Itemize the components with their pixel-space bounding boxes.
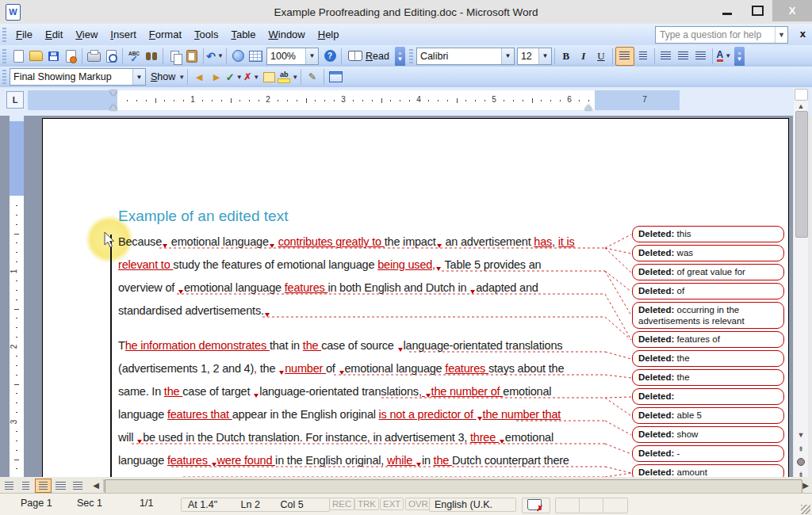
chevron-down-icon[interactable]: ▼ bbox=[132, 69, 145, 85]
show-menu-button[interactable]: Show▼ bbox=[149, 68, 185, 86]
document-text[interactable]: Because emotional language contributes g… bbox=[118, 231, 626, 477]
right-indent-marker[interactable] bbox=[584, 105, 592, 110]
deletion-balloon[interactable]: Deleted: was bbox=[632, 245, 784, 261]
print-layout-view-button[interactable] bbox=[35, 479, 52, 493]
menu-table[interactable]: Table bbox=[224, 26, 262, 43]
toolbar-grip[interactable] bbox=[2, 49, 6, 63]
deletion-balloon[interactable]: Deleted: show bbox=[632, 426, 784, 443]
text-line[interactable]: were six in advertisement 6, four featur… bbox=[118, 472, 626, 477]
bold-button[interactable]: B bbox=[557, 48, 575, 65]
chevron-down-icon[interactable]: ▼ bbox=[292, 74, 298, 81]
chevron-down-icon[interactable]: ▼ bbox=[538, 48, 551, 64]
spelling-button[interactable]: ABC✓ bbox=[125, 48, 143, 65]
align-center-button[interactable] bbox=[634, 48, 652, 65]
print-preview-button[interactable] bbox=[102, 48, 120, 65]
close-button[interactable]: X bbox=[772, 0, 812, 21]
bullets-button[interactable] bbox=[675, 48, 692, 65]
minimize-button[interactable] bbox=[712, 2, 742, 21]
chevron-down-icon[interactable]: ▼ bbox=[501, 48, 514, 64]
increase-indent-button[interactable] bbox=[692, 48, 710, 65]
scroll-down-icon[interactable]: ▼ bbox=[795, 429, 807, 441]
text-line[interactable]: will be used in the Dutch translation. F… bbox=[118, 426, 626, 449]
chevron-down-icon[interactable]: ▼ bbox=[305, 48, 318, 64]
deletion-balloon[interactable]: Deleted: features of bbox=[632, 331, 784, 348]
horizontal-ruler[interactable]: 1234567 bbox=[28, 90, 680, 110]
scroll-up-icon[interactable]: ▲ bbox=[795, 100, 807, 112]
deletion-balloon[interactable]: Deleted: - bbox=[632, 445, 784, 462]
spelling-status-button[interactable] bbox=[522, 498, 550, 513]
text-line[interactable]: The information demonstrates that in the… bbox=[118, 334, 626, 357]
menu-file[interactable]: File bbox=[10, 26, 39, 43]
select-browse-object-button[interactable] bbox=[795, 456, 807, 467]
toolbar-grip[interactable] bbox=[409, 49, 413, 63]
align-left-button[interactable] bbox=[615, 47, 634, 66]
text-line[interactable]: overview of emotional language features … bbox=[118, 277, 626, 299]
web-layout-view-button[interactable] bbox=[18, 479, 33, 492]
read-button[interactable]: Read bbox=[344, 48, 393, 65]
toolbar-options-chevron[interactable]: »▼ bbox=[734, 47, 745, 66]
permission-button[interactable] bbox=[62, 48, 79, 65]
highlight-button[interactable]: ab▼ bbox=[278, 68, 298, 86]
text-line[interactable]: relevant to study the features of emotio… bbox=[118, 254, 626, 277]
text-line[interactable]: standardised advertisements. bbox=[118, 299, 626, 322]
toolbar-options-chevron[interactable]: »▼ bbox=[395, 47, 405, 66]
deletion-balloon[interactable]: Deleted: the bbox=[632, 369, 784, 386]
status-mode-ovr[interactable]: OVR bbox=[405, 498, 431, 510]
chevron-down-icon[interactable]: ▼ bbox=[775, 27, 787, 43]
deletion-balloon[interactable]: Deleted: able 5 bbox=[632, 407, 784, 424]
font-name-combobox[interactable]: Calibri ▼ bbox=[416, 48, 515, 65]
undo-button[interactable]: ↶▼ bbox=[206, 48, 224, 65]
reject-change-button[interactable]: ✗▼ bbox=[243, 68, 260, 86]
text-line[interactable]: (advertisements 1, 2 and 4), the number … bbox=[118, 357, 626, 380]
font-size-combobox[interactable]: 12 ▼ bbox=[517, 48, 552, 65]
chevron-down-icon[interactable]: ▼ bbox=[236, 74, 243, 81]
chevron-down-icon[interactable]: ▼ bbox=[253, 74, 259, 81]
track-changes-button[interactable]: ✎ bbox=[304, 68, 321, 86]
menu-window[interactable]: Window bbox=[262, 26, 311, 43]
split-handle[interactable] bbox=[795, 89, 808, 101]
insert-comment-button[interactable] bbox=[260, 68, 278, 86]
deletion-balloon[interactable]: Deleted: of bbox=[632, 283, 784, 299]
text-line[interactable]: language features were found in the Engl… bbox=[118, 449, 626, 472]
deletion-balloon[interactable]: Deleted: the bbox=[632, 350, 784, 367]
hanging-indent-marker[interactable] bbox=[109, 105, 117, 110]
next-change-button[interactable]: ▶ bbox=[208, 68, 225, 86]
document-heading[interactable]: Example of an edited text bbox=[118, 208, 288, 225]
reading-layout-button[interactable] bbox=[70, 479, 85, 492]
previous-page-button[interactable]: ⇞ bbox=[795, 443, 807, 455]
open-button[interactable] bbox=[27, 48, 44, 65]
horizontal-scroll-track[interactable] bbox=[103, 479, 799, 492]
font-color-button[interactable]: A▼ bbox=[715, 48, 733, 65]
research-button[interactable] bbox=[143, 48, 160, 65]
normal-view-button[interactable] bbox=[2, 479, 17, 492]
help-question-box[interactable]: Type a question for help ▼ bbox=[655, 26, 788, 44]
menu-edit[interactable]: Edit bbox=[39, 26, 69, 43]
save-button[interactable] bbox=[44, 48, 62, 65]
chevron-down-icon[interactable]: ▼ bbox=[217, 52, 224, 59]
menu-format[interactable]: Format bbox=[143, 26, 188, 43]
underline-button[interactable]: U bbox=[592, 48, 610, 65]
italic-button[interactable]: I bbox=[575, 48, 592, 65]
numbering-button[interactable] bbox=[657, 48, 675, 65]
menu-help[interactable]: Help bbox=[312, 26, 346, 43]
text-line[interactable]: Because emotional language contributes g… bbox=[118, 231, 626, 254]
status-language[interactable]: English (U.K. bbox=[429, 498, 516, 512]
text-line[interactable]: language features that appear in the Eng… bbox=[118, 403, 626, 426]
deletion-balloon[interactable]: Deleted: this bbox=[632, 226, 784, 242]
text-line[interactable]: same. In the case of target language-ori… bbox=[118, 380, 626, 403]
display-for-review-combobox[interactable]: Final Showing Markup ▼ bbox=[10, 68, 146, 86]
vertical-scrollbar[interactable]: ▲ ▼ ⇞ ⇟ bbox=[794, 88, 808, 477]
maximize-button[interactable] bbox=[742, 2, 772, 21]
print-button[interactable] bbox=[85, 48, 102, 65]
chevron-down-icon[interactable]: ▼ bbox=[725, 52, 731, 59]
toolbar-grip[interactable] bbox=[2, 70, 6, 84]
resize-grip[interactable] bbox=[801, 505, 810, 514]
help-button[interactable]: ? bbox=[321, 48, 339, 65]
insert-table-button[interactable] bbox=[247, 48, 264, 65]
paste-button[interactable] bbox=[183, 48, 201, 65]
deletion-balloon[interactable]: Deleted: of great value for bbox=[632, 264, 784, 280]
tab-selector-button[interactable]: L bbox=[6, 91, 24, 109]
copy-button[interactable] bbox=[166, 48, 183, 65]
status-mode-trk[interactable]: TRK bbox=[354, 498, 379, 510]
status-mode-rec[interactable]: REC bbox=[329, 498, 354, 510]
